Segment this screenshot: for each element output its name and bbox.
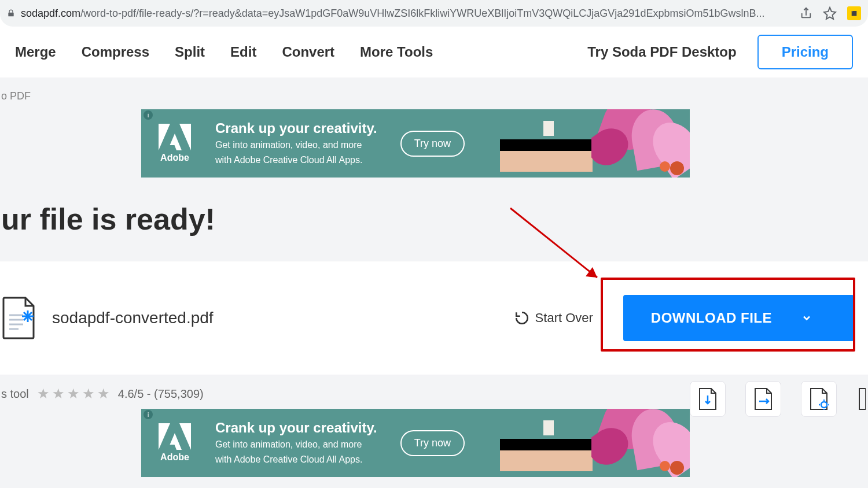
ad-sub1: Get into animation, video, and more <box>215 139 377 151</box>
page-title: ur file is ready! <box>0 202 868 236</box>
ad-banner-top[interactable]: i Adobe Crank up your creativity. Get in… <box>141 109 690 178</box>
lock-icon <box>7 9 15 17</box>
adobe-logo-icon <box>159 124 191 150</box>
hero-section: o PDF i Adobe Crank up your creativity. … <box>0 77 868 261</box>
nav-edit[interactable]: Edit <box>230 44 256 60</box>
file-name: sodapdf-converted.pdf <box>52 309 214 327</box>
tool-card-3[interactable] <box>801 381 837 417</box>
star-icon[interactable]: ★ <box>82 386 95 402</box>
breadcrumb[interactable]: o PDF <box>0 90 868 102</box>
download-label: DOWNLOAD FILE <box>651 310 772 326</box>
ad-brand: Adobe <box>160 452 189 463</box>
ad-headline: Crank up your creativity. <box>215 120 377 136</box>
ad-headline: Crank up your creativity. <box>215 420 377 436</box>
top-nav: Merge Compress Split Edit Convert More T… <box>0 27 868 77</box>
bottom-ad-wrap: i Adobe Crank up your creativity. Get in… <box>0 409 868 488</box>
star-icon[interactable]: ★ <box>37 386 50 402</box>
ad-info-icon[interactable]: i <box>144 410 153 419</box>
restart-icon <box>514 310 529 326</box>
related-tool-icons <box>690 381 868 417</box>
nav-more-tools[interactable]: More Tools <box>360 44 433 60</box>
ad-brand: Adobe <box>160 153 189 163</box>
star-icon[interactable]: ★ <box>67 386 80 402</box>
star-icon[interactable]: ★ <box>97 386 110 402</box>
ad-info-icon[interactable]: i <box>144 110 153 120</box>
browser-address-bar: sodapdf.com/word-to-pdf/file-ready-s/?r=… <box>0 0 868 27</box>
nav-compress[interactable]: Compress <box>82 44 149 60</box>
tool-card-1[interactable] <box>690 381 726 417</box>
nav-convert[interactable]: Convert <box>282 44 334 60</box>
ad-artwork <box>493 409 690 477</box>
rating-score: 4.6/5 - (755,309) <box>118 387 204 401</box>
star-icon[interactable] <box>823 6 837 20</box>
start-over-button[interactable]: Start Over <box>514 310 593 326</box>
star-icon[interactable]: ★ <box>52 386 65 402</box>
start-over-label: Start Over <box>535 310 593 326</box>
ad-cta-button[interactable]: Try now <box>400 430 465 456</box>
doc-partial-icon <box>858 387 866 411</box>
ad-cta-button[interactable]: Try now <box>400 131 465 157</box>
svg-point-8 <box>821 402 827 408</box>
doc-convert-icon <box>753 387 773 411</box>
ad-artwork <box>493 109 690 178</box>
pricing-button[interactable]: Pricing <box>757 35 853 69</box>
ad-sub2: with Adobe Creative Cloud All Apps. <box>215 154 377 167</box>
doc-compress-icon <box>698 387 718 411</box>
share-icon[interactable] <box>800 7 812 20</box>
download-file-button[interactable]: DOWNLOAD FILE <box>623 295 854 341</box>
rating-label: s tool <box>1 387 29 401</box>
adobe-logo-icon <box>159 423 191 450</box>
extension-icon[interactable]: ⬛ <box>847 6 861 20</box>
nav-merge[interactable]: Merge <box>15 44 56 60</box>
file-ready-section: sodapdf-converted.pdf Start Over DOWNLOA… <box>0 261 868 375</box>
chevron-down-icon[interactable] <box>801 312 812 324</box>
try-desktop-link[interactable]: Try Soda PDF Desktop <box>587 44 736 60</box>
tool-card-4[interactable] <box>856 381 867 417</box>
url-text[interactable]: sodapdf.com/word-to-pdf/file-ready-s/?r=… <box>21 8 788 20</box>
rating-row: s tool ★ ★ ★ ★ ★ 4.6/5 - (755,309) <box>0 375 868 409</box>
ad-banner-bottom[interactable]: i Adobe Crank up your creativity. Get in… <box>141 409 690 477</box>
rating-stars[interactable]: ★ ★ ★ ★ ★ <box>37 386 110 402</box>
ad-sub2: with Adobe Creative Cloud All Apps. <box>215 453 377 466</box>
pdf-file-icon <box>1 297 37 339</box>
nav-split[interactable]: Split <box>175 44 205 60</box>
doc-cog-icon <box>809 387 829 411</box>
ad-sub1: Get into animation, video, and more <box>215 438 377 451</box>
tool-card-2[interactable] <box>745 381 781 417</box>
